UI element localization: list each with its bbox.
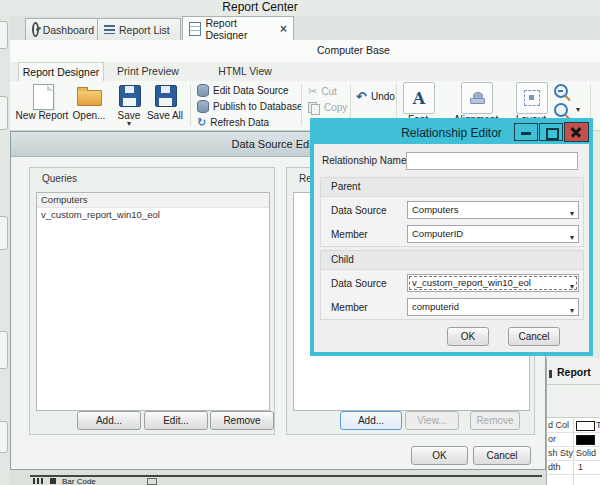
parent-data-source-combobox[interactable]: Computers ▾: [407, 201, 579, 219]
close-button[interactable]: [564, 122, 589, 142]
chevron-down-icon[interactable]: ▾: [570, 230, 574, 246]
child-data-source-label: Data Source: [331, 278, 387, 289]
color-swatch-white[interactable]: [576, 421, 595, 431]
zoom-dropdown-icon[interactable]: ▾: [576, 107, 580, 113]
document-caption-band: Computer Base: [10, 40, 600, 63]
property-row: or: [547, 432, 600, 447]
zoom-icon[interactable]: [554, 103, 568, 117]
toolbox-item-icon: [50, 478, 56, 484]
child-member-value: computerid: [412, 301, 459, 312]
list-item[interactable]: v_custom_report_win10_eol: [37, 208, 269, 222]
zoom-out-icon[interactable]: [554, 84, 568, 98]
cut-label: Cut: [321, 86, 337, 97]
database-publish-icon: [197, 100, 209, 113]
refresh-data-button[interactable]: ↻ Refresh Data: [197, 115, 269, 130]
left-strip-button[interactable]: [0, 216, 8, 250]
save-floppy-icon: [119, 85, 141, 107]
left-strip-button[interactable]: [0, 331, 8, 369]
property-value[interactable]: T: [596, 420, 600, 430]
color-swatch-black[interactable]: [576, 435, 595, 445]
queries-add-button[interactable]: Add...: [77, 411, 141, 430]
left-strip-button[interactable]: [0, 21, 8, 49]
alignment-icon: [470, 92, 484, 104]
undo-button[interactable]: ↶ Undo: [356, 89, 395, 104]
tab-report-designer[interactable]: Report Designer ×: [182, 16, 294, 41]
minimize-button[interactable]: [514, 123, 538, 141]
chevron-down-icon[interactable]: ▾: [570, 303, 574, 319]
tab-report-list-label: Report List: [119, 24, 170, 36]
child-data-source-value: v_custom_report_win10_eol: [412, 277, 531, 288]
relationship-name-label: Relationship Name: [322, 155, 407, 166]
property-label: or: [548, 434, 556, 444]
property-value[interactable]: 1: [578, 462, 583, 472]
child-data-source-combobox[interactable]: v_custom_report_win10_eol ▾: [407, 274, 579, 292]
save-all-floppy-icon: [155, 85, 177, 107]
panel-pin-icon: [549, 370, 552, 378]
list-item[interactable]: Computers: [37, 193, 269, 208]
chevron-down-icon[interactable]: ▾: [570, 279, 574, 295]
new-report-button[interactable]: New Report: [12, 81, 72, 129]
child-group-label: Child: [321, 251, 583, 270]
property-grid: d Col T or sh Sty Solid dth 1: [547, 417, 600, 485]
save-all-button[interactable]: Save All: [143, 81, 187, 129]
chevron-down-icon[interactable]: ▾: [570, 206, 574, 222]
copy-label: Copy: [324, 102, 347, 113]
toolbox-divider: [30, 475, 542, 477]
relationships-view-button[interactable]: View...: [405, 411, 459, 430]
dse-cancel-button[interactable]: Cancel: [473, 446, 531, 465]
new-report-label: New Report: [12, 110, 72, 121]
dse-ok-button[interactable]: OK: [411, 446, 468, 465]
property-row: d Col T: [547, 418, 600, 433]
relationship-cancel-button[interactable]: Cancel: [508, 327, 560, 346]
ribbon-tab-html-view[interactable]: HTML View: [208, 62, 282, 81]
edit-data-source-button[interactable]: Edit Data Source: [197, 83, 289, 98]
report-panel-header: Report: [547, 362, 600, 385]
queries-edit-button[interactable]: Edit...: [144, 411, 208, 430]
edit-data-source-label: Edit Data Source: [213, 85, 289, 96]
alignment-button[interactable]: [461, 82, 493, 114]
relationships-remove-button[interactable]: Remove: [470, 411, 520, 430]
property-value[interactable]: Solid: [576, 448, 596, 458]
publish-to-database-label: Publish to Database: [213, 101, 303, 112]
toolbox-outline-icon: [147, 478, 157, 485]
ribbon-separator: [301, 84, 302, 126]
left-strip-button[interactable]: [0, 96, 8, 130]
relationships-add-button[interactable]: Add...: [340, 411, 402, 430]
maximize-button[interactable]: [539, 123, 563, 141]
tab-report-list[interactable]: Report List: [97, 18, 181, 40]
relationship-ok-button[interactable]: OK: [447, 327, 489, 346]
parent-group-label: Parent: [321, 178, 583, 197]
queries-remove-button[interactable]: Remove: [210, 411, 274, 430]
relationship-editor-body: Relationship Name Parent Data Source Com…: [314, 144, 589, 352]
report-properties-panel: Report d Col T or sh Sty Solid dth 1: [546, 358, 600, 485]
left-strip-button[interactable]: [0, 421, 8, 453]
parent-group: Parent Data Source Computers ▾ Member Co…: [320, 177, 584, 247]
child-member-combobox[interactable]: computerid ▾: [407, 298, 579, 316]
ribbon-tab-report-designer[interactable]: Report Designer: [18, 62, 104, 82]
undo-icon: ↶: [356, 91, 367, 102]
property-row: sh Sty Solid: [547, 446, 600, 461]
tab-dashboard[interactable]: Dashboard: [25, 18, 101, 40]
property-label: dth: [548, 462, 561, 472]
parent-member-combobox[interactable]: ComputerID ▾: [407, 225, 579, 243]
minimize-icon: [521, 132, 531, 135]
tab-report-designer-label: Report Designer: [205, 17, 272, 41]
new-page-icon: [33, 84, 54, 110]
publish-to-database-button[interactable]: Publish to Database: [197, 99, 303, 114]
list-icon: [104, 25, 115, 34]
ribbon-tab-print-preview[interactable]: Print Preview: [110, 62, 186, 81]
database-edit-icon: [197, 84, 209, 97]
document-caption: Computer Base: [317, 44, 390, 56]
save-all-label: Save All: [143, 110, 187, 121]
ribbon-separator: [190, 84, 191, 126]
tab-close-icon[interactable]: ×: [280, 22, 287, 36]
cut-button[interactable]: ✂ Cut: [308, 84, 337, 99]
font-button[interactable]: A: [403, 82, 435, 114]
relationship-name-input[interactable]: [406, 152, 578, 170]
copy-button[interactable]: Copy: [308, 100, 347, 115]
toolbox-item-label[interactable]: Bar Code: [62, 477, 96, 485]
child-group: Child Data Source v_custom_report_win10_…: [320, 250, 584, 320]
layout-button[interactable]: [516, 82, 548, 114]
open-button[interactable]: Open...: [67, 81, 111, 129]
property-row: dth 1: [547, 460, 600, 475]
